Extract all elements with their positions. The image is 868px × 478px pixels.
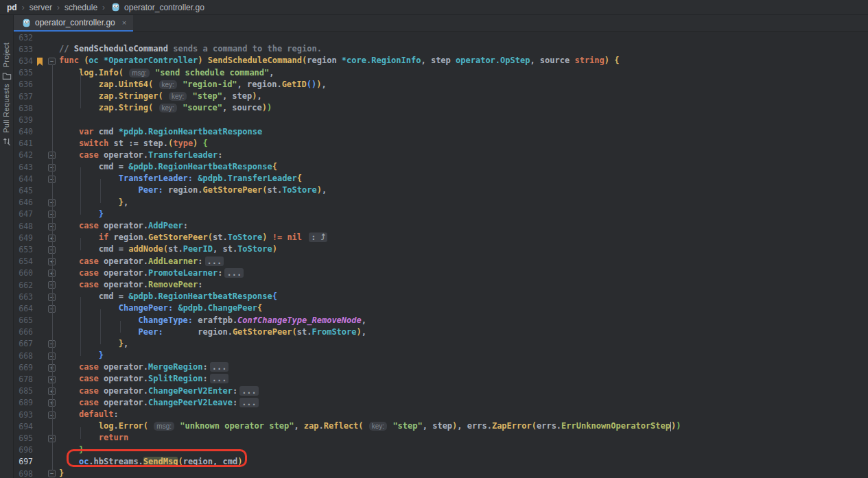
- code-line[interactable]: 635 log.Info( msg: "send schedule comman…: [14, 67, 868, 79]
- line-number[interactable]: 667: [14, 339, 33, 348]
- line-number[interactable]: 665: [14, 315, 33, 325]
- code-text: cmd = &pdpb.RegionHeartbeatResponse{: [59, 161, 277, 173]
- code-line[interactable]: 644− TransferLeader: &pdpb.TransferLeade…: [14, 173, 868, 184]
- code-line[interactable]: 648− case operator.AddPeer:: [14, 220, 868, 232]
- editor-tab-operator-controller[interactable]: operator_controller.go ×: [14, 15, 133, 32]
- code-rows: 632633// SendScheduleCommand sends a com…: [14, 32, 868, 478]
- code-line[interactable]: 685+ case operator.ChangePeerV2Enter:...: [14, 385, 868, 397]
- line-number[interactable]: 640: [14, 127, 33, 136]
- code-line[interactable]: 663− cmd = &pdpb.RegionHeartbeatResponse…: [14, 291, 868, 302]
- code-text: TransferLeader: &pdpb.TransferLeader{: [59, 173, 302, 184]
- code-text: case operator.TransferLeader:: [59, 150, 222, 161]
- line-number[interactable]: 698: [14, 469, 33, 478]
- line-number[interactable]: 642: [14, 150, 33, 160]
- go-file-icon: [111, 3, 120, 12]
- code-line[interactable]: 636 zap.Uint64( key: "region-id", region…: [14, 79, 868, 91]
- line-number[interactable]: 638: [14, 104, 33, 113]
- code-line[interactable]: 693− default:: [14, 409, 868, 420]
- line-number[interactable]: 664: [14, 304, 33, 313]
- annotation-highlight-box: [67, 449, 247, 467]
- line-number[interactable]: 639: [14, 115, 33, 125]
- code-line[interactable]: 667− },: [14, 338, 868, 350]
- tool-stripe-pull-requests[interactable]: Pull Requests: [2, 84, 10, 133]
- code-line[interactable]: 678+ case operator.SplitRegion:...: [14, 373, 868, 385]
- pull-requests-icon[interactable]: [2, 136, 12, 146]
- code-line[interactable]: 633// SendScheduleCommand sends a comman…: [14, 43, 868, 55]
- fold-marker-icon[interactable]: −: [48, 470, 56, 477]
- code-line[interactable]: 640 var cmd *pdpb.RegionHeartbeatRespons…: [14, 126, 868, 138]
- line-number[interactable]: 645: [14, 186, 33, 195]
- code-line[interactable]: 662− case operator.RemovePeer:: [14, 279, 868, 291]
- line-number[interactable]: 669: [14, 363, 33, 372]
- code-line[interactable]: 645 Peer: region.GetStorePeer(st.ToStore…: [14, 184, 868, 196]
- code-line[interactable]: 646− },: [14, 197, 868, 208]
- line-number[interactable]: 633: [14, 45, 33, 54]
- code-line[interactable]: 689+ case operator.ChangePeerV2Leave:...: [14, 397, 868, 409]
- code-line[interactable]: 647− }: [14, 208, 868, 220]
- line-number[interactable]: 662: [14, 280, 33, 290]
- fold-marker-icon[interactable]: −: [48, 58, 56, 65]
- line-number[interactable]: 663: [14, 292, 33, 302]
- line-number[interactable]: 632: [14, 33, 33, 43]
- code-text: },: [59, 197, 128, 208]
- line-number[interactable]: 648: [14, 222, 33, 231]
- code-line[interactable]: 660+ case operator.PromoteLearner:...: [14, 267, 868, 279]
- line-number[interactable]: 685: [14, 386, 33, 396]
- tool-stripe-project[interactable]: Project: [2, 43, 10, 67]
- line-number[interactable]: 649: [14, 233, 33, 243]
- line-number[interactable]: 693: [14, 410, 33, 420]
- line-number[interactable]: 647: [14, 209, 33, 219]
- code-line[interactable]: 694 log.Error( msg: "unknown operator st…: [14, 420, 868, 432]
- indent-guide: [80, 238, 81, 250]
- line-number[interactable]: 697: [14, 457, 33, 466]
- line-number[interactable]: 666: [14, 327, 33, 337]
- line-number[interactable]: 636: [14, 80, 33, 89]
- code-text: // SendScheduleCommand sends a command t…: [59, 43, 322, 55]
- line-number[interactable]: 641: [14, 139, 33, 148]
- code-line[interactable]: 668− }: [14, 350, 868, 361]
- code-line[interactable]: 664− ChangePeer: &pdpb.ChangePeer{: [14, 302, 868, 314]
- line-number[interactable]: 678: [14, 374, 33, 384]
- line-number[interactable]: 635: [14, 68, 33, 77]
- line-number[interactable]: 634: [14, 56, 33, 66]
- line-number[interactable]: 644: [14, 174, 33, 184]
- line-number[interactable]: 660: [14, 268, 33, 278]
- editor-pane[interactable]: 632633// SendScheduleCommand sends a com…: [14, 32, 868, 478]
- breadcrumb-item-server[interactable]: server: [30, 3, 52, 12]
- code-line[interactable]: 637 zap.Stringer( key: "step", step),: [14, 91, 868, 102]
- line-number[interactable]: 696: [14, 445, 33, 455]
- code-line[interactable]: 669+ case operator.MergeRegion:...: [14, 361, 868, 373]
- code-line[interactable]: 638 zap.String( key: "source", source)): [14, 102, 868, 114]
- code-line[interactable]: 653− cmd = addNode(st.PeerID, st.ToStore…: [14, 243, 868, 255]
- breadcrumb-item-project[interactable]: pd: [7, 3, 17, 12]
- code-line[interactable]: 649+ if region.GetStorePeer(st.ToStore) …: [14, 232, 868, 243]
- line-number[interactable]: 668: [14, 351, 33, 361]
- indent-guide: [80, 167, 81, 215]
- code-line[interactable]: 642− case operator.TransferLeader:: [14, 150, 868, 161]
- code-line[interactable]: 641 switch st := step.(type) {: [14, 138, 868, 150]
- breadcrumb-item-schedule[interactable]: schedule: [64, 3, 97, 12]
- breadcrumb: pd › server › schedule › operator_contro…: [0, 0, 868, 15]
- code-line[interactable]: 654+ case operator.AddLearner:...: [14, 256, 868, 267]
- line-number[interactable]: 654: [14, 256, 33, 266]
- line-number[interactable]: 689: [14, 398, 33, 407]
- line-number[interactable]: 646: [14, 198, 33, 207]
- code-line[interactable]: 666 Peer: region.GetStorePeer(st.FromSto…: [14, 326, 868, 338]
- code-line[interactable]: 632: [14, 32, 868, 43]
- line-number[interactable]: 643: [14, 163, 33, 172]
- code-line[interactable]: 665 ChangeType: eraftpb.ConfChangeType_R…: [14, 315, 868, 326]
- line-number[interactable]: 694: [14, 422, 33, 431]
- line-number[interactable]: 637: [14, 92, 33, 101]
- code-line[interactable]: 695− return: [14, 432, 868, 444]
- code-line[interactable]: 634−func (oc *OperatorController) SendSc…: [14, 55, 868, 67]
- code-line[interactable]: 698−}: [14, 468, 868, 478]
- breadcrumb-item-file[interactable]: operator_controller.go: [124, 3, 204, 12]
- project-folder-icon[interactable]: [2, 71, 12, 81]
- tab-close-icon[interactable]: ×: [122, 19, 126, 27]
- bookmark-icon[interactable]: [36, 56, 43, 64]
- code-line[interactable]: 639: [14, 114, 868, 126]
- line-number[interactable]: 653: [14, 245, 33, 254]
- breadcrumb-separator: ›: [22, 3, 25, 12]
- code-line[interactable]: 643− cmd = &pdpb.RegionHeartbeatResponse…: [14, 161, 868, 173]
- line-number[interactable]: 695: [14, 433, 33, 443]
